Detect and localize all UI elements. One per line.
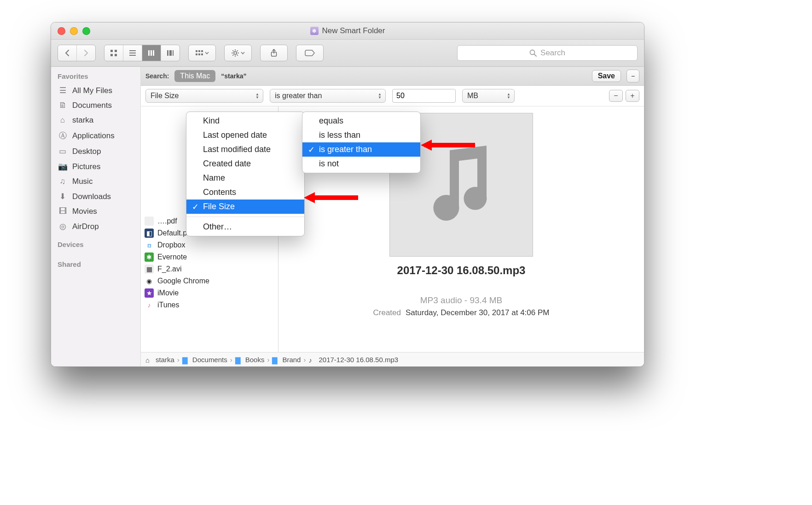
file-name: Dropbox — [157, 241, 185, 249]
back-button[interactable] — [58, 45, 77, 61]
menu-item[interactable]: Last modified date — [186, 142, 304, 157]
list-item[interactable]: ★iMovie — [141, 287, 278, 299]
sidebar-item-all-my-files[interactable]: ☰All My Files — [51, 83, 140, 98]
svg-point-19 — [234, 52, 237, 54]
view-mode-group — [104, 45, 180, 61]
path-crumb[interactable]: ▇Books — [235, 356, 265, 364]
svg-rect-1 — [115, 50, 117, 52]
svg-line-27 — [232, 55, 233, 56]
menu-item[interactable]: is less than — [302, 128, 420, 142]
svg-rect-15 — [201, 50, 203, 52]
tag-icon — [305, 50, 315, 56]
menu-item-label: Name — [203, 173, 225, 182]
tags-button[interactable] — [296, 45, 324, 61]
sidebar-item-pictures[interactable]: 📷Pictures — [51, 159, 140, 174]
crumb-label: starka — [156, 356, 174, 364]
sidebar-item-downloads[interactable]: ⬇Downloads — [51, 189, 140, 204]
sidebar-item-desktop[interactable]: ▭Desktop — [51, 144, 140, 159]
window-title: New Smart Folder — [322, 26, 385, 35]
search-scope-bar: Search: This Mac “starka” Save − — [141, 67, 644, 86]
list-item[interactable]: ▦F_2.avi — [141, 263, 278, 275]
sidebar-item-label: Desktop — [72, 147, 101, 156]
scope-this-mac[interactable]: This Mac — [174, 70, 215, 82]
menu-item[interactable]: Created date — [186, 157, 304, 171]
file-name: iTunes — [157, 301, 179, 309]
icon-view-button[interactable] — [104, 45, 123, 61]
add-criteria-button[interactable]: + — [626, 90, 639, 102]
sidebar-item-applications[interactable]: ⒶApplications — [51, 128, 140, 144]
svg-rect-3 — [115, 54, 117, 56]
sidebar-item-label: Movies — [72, 207, 97, 216]
music-icon: ♫ — [58, 177, 68, 186]
folder-icon: ▇ — [235, 356, 243, 363]
list-item[interactable]: ✱Evernote — [141, 251, 278, 263]
attribute-dropdown[interactable]: File Size ▲▼ — [145, 89, 263, 103]
toolbar: Search — [51, 40, 644, 67]
titlebar: New Smart Folder — [51, 23, 644, 40]
music-note-icon — [427, 146, 496, 224]
column-view-button[interactable] — [142, 45, 161, 61]
sidebar-item-home[interactable]: ⌂starka — [51, 113, 140, 128]
forward-button[interactable] — [77, 45, 95, 61]
scope-term[interactable]: “starka” — [221, 72, 246, 80]
svg-rect-12 — [173, 50, 174, 56]
file-name: F_2.avi — [157, 265, 181, 273]
list-item[interactable]: ⧈Dropbox — [141, 239, 278, 251]
sidebar-item-airdrop[interactable]: ◎AirDrop — [51, 219, 140, 234]
list-view-button[interactable] — [123, 45, 142, 61]
list-item[interactable]: ◉Google Chrome — [141, 275, 278, 287]
smart-folder-icon — [310, 27, 319, 35]
criteria-row: File Size ▲▼ is greater than ▲▼ MB ▲▼ − — [141, 86, 644, 106]
svg-rect-18 — [201, 53, 203, 55]
file-name: Evernote — [157, 253, 187, 261]
menu-item-label: is greater than — [319, 145, 372, 154]
airdrop-icon: ◎ — [58, 222, 68, 231]
menu-item-other[interactable]: Other… — [186, 220, 304, 234]
menu-item[interactable]: is not — [302, 157, 420, 171]
menu-item-label: Kind — [203, 116, 220, 125]
svg-rect-13 — [196, 50, 197, 52]
svg-rect-16 — [196, 53, 197, 55]
stepper-icon: ▲▼ — [505, 91, 512, 101]
menu-item-selected[interactable]: ✓File Size — [186, 200, 304, 214]
operator-dropdown[interactable]: is greater than ▲▼ — [270, 89, 386, 103]
path-crumb[interactable]: ▇Brand — [272, 356, 301, 364]
menu-item[interactable]: Name — [186, 171, 304, 185]
path-crumb[interactable]: ▇Documents — [182, 356, 227, 364]
list-item[interactable]: ♪iTunes — [141, 299, 278, 311]
path-crumb[interactable]: ♪2017-12-30 16.08.50.mp3 — [308, 356, 398, 364]
desktop-icon: ▭ — [58, 147, 68, 156]
menu-item[interactable]: Contents — [186, 185, 304, 200]
save-button[interactable]: Save — [592, 70, 621, 82]
preview-created: Created Saturday, December 30, 2017 at 4… — [373, 308, 550, 317]
operator-menu[interactable]: equals is less than ✓is greater than is … — [302, 112, 421, 173]
menu-item[interactable]: Kind — [186, 114, 304, 128]
sidebar-item-label: AirDrop — [72, 222, 99, 231]
sidebar-item-label: Applications — [72, 131, 115, 141]
path-crumb[interactable]: ⌂starka — [145, 356, 174, 364]
attribute-dropdown-label: File Size — [151, 92, 179, 100]
menu-item[interactable]: Last opened date — [186, 128, 304, 142]
svg-rect-7 — [148, 50, 150, 56]
menu-item-selected[interactable]: ✓is greater than — [302, 142, 420, 157]
remove-criteria-button[interactable]: − — [609, 90, 623, 102]
share-button[interactable] — [260, 45, 288, 61]
attribute-menu[interactable]: Kind Last opened date Last modified date… — [186, 112, 305, 236]
sidebar-item-documents[interactable]: 🗎Documents — [51, 98, 140, 113]
value-input[interactable] — [392, 89, 456, 103]
movie-icon: 🎞 — [58, 207, 68, 216]
svg-rect-14 — [198, 50, 200, 52]
action-button[interactable] — [224, 45, 252, 61]
gallery-view-button[interactable] — [161, 45, 180, 61]
svg-rect-17 — [198, 53, 200, 55]
chevron-right-icon: › — [303, 356, 306, 364]
menu-item-label: File Size — [203, 202, 235, 211]
arrange-button[interactable] — [188, 45, 216, 61]
remove-scope-button[interactable]: − — [626, 70, 639, 82]
menu-item[interactable]: equals — [302, 114, 420, 128]
unit-dropdown[interactable]: MB ▲▼ — [462, 89, 515, 103]
crumb-label: Books — [245, 356, 265, 364]
sidebar-item-movies[interactable]: 🎞Movies — [51, 204, 140, 219]
sidebar-item-music[interactable]: ♫Music — [51, 174, 140, 189]
search-input[interactable]: Search — [457, 45, 638, 61]
